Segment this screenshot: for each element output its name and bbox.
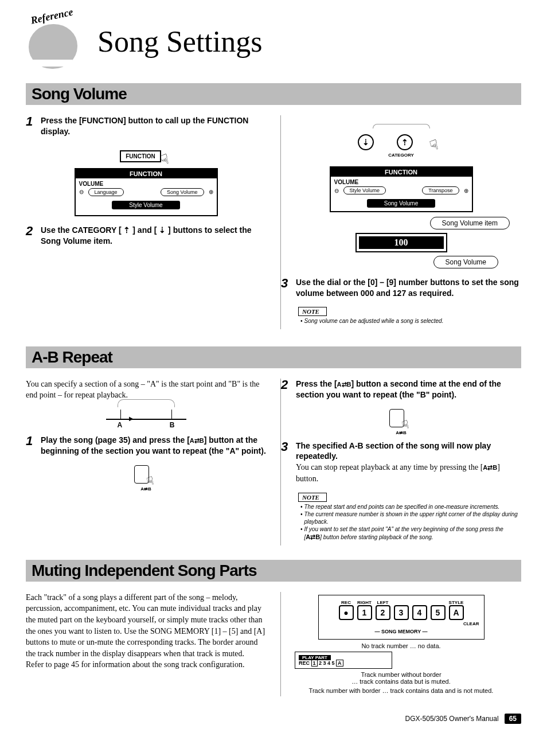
section-title: Muting Independent Song Parts [32,562,515,580]
step-3: 3 Use the dial or the [0] – [9] number b… [281,277,521,299]
note-box: NOTE The repeat start and end points can… [298,492,521,541]
page-footer: DGX-505/305 Owner's Manual 65 [26,714,521,724]
lcd-value-box: 100 [355,233,447,252]
reference-icon: Reference [26,11,89,66]
lcd-panel-1: FUNCTION VOLUME ⊖ Language Song Volume ⊕… [75,168,218,216]
note-item: Song volume can be adjusted while a song… [298,317,521,325]
page-number: 65 [505,714,521,724]
category-diagram: ⇣ ⇡ ☟ CATEGORY FUNCTION VOLUME ⊖ Style V… [281,124,521,268]
ab-step-3: 3 The specified A-B section of the song … [281,441,521,485]
note-item: If you want to set the start point "A" a… [298,525,521,541]
category-up-icon: ⇡ [397,134,413,150]
step-2-text: Use the CATEGORY [ ⇡ ] and [ ⇣ ] buttons… [41,225,266,247]
piano-icon [29,24,77,69]
track-a-button-icon: A [449,605,464,620]
press-hand-icon: ☟ [158,150,171,168]
press-hand-icon: ☟ [428,137,441,154]
annotation-muted: Track number without border … track cont… [281,671,521,685]
lcd-panel-2: FUNCTION VOLUME ⊖ Style Volume Transpose… [330,166,473,212]
step-1-text: Press the [FUNCTION] button to call up t… [41,115,266,137]
callout-song-volume: Song Volume [433,256,498,268]
step-3-text: Use the dial or the [0] – [9] number but… [296,277,521,299]
note-item: The repeat start and end points can be s… [298,503,521,511]
ab-step-2: 2 Press the [A⇄B] button a second time a… [281,379,521,400]
muting-body: Each "track" of a song plays a different… [26,592,266,671]
note-box: NOTE Song volume can be adjusted while a… [298,306,521,325]
manual-label: DGX-505/305 Owner's Manual [405,715,499,723]
ab-button-icon: ☟ A⇄B [388,409,415,432]
track-5-button-icon: 5 [431,605,446,620]
page-title: Song Settings [97,25,263,59]
rec-button-icon: ● [339,605,354,620]
play-part-display: PLAY PART REC 1 2 3 4 5 A [295,652,392,669]
ab-button-icon: ☟ A⇄B [132,465,160,488]
section-title: A-B Repeat [32,348,515,367]
function-button-diagram: FUNCTION ☟ FUNCTION VOLUME ⊖ Language So… [26,146,266,216]
track-4-button-icon: 4 [412,605,427,620]
annotation-not-muted: Track number with border … track contain… [281,687,521,694]
section-heading-muting: Muting Independent Song Parts [26,560,521,582]
ab-diagram: ▶ A B [106,410,186,429]
category-down-icon: ⇣ [358,134,374,150]
section-heading-song-volume: Song Volume [26,83,521,105]
ab-intro: You can specify a section of a song – "A… [26,379,266,401]
track-3-button-icon: 3 [394,605,409,620]
callout-song-volume-item: Song Volume item [430,217,510,229]
song-memory-panel: REC RIGHT LEFT STYLE ● 1 2 3 4 5 A CLEAR… [318,595,485,640]
track-1-button-icon: 1 [357,605,372,620]
track-2-button-icon: 2 [376,605,390,620]
note-item: The current measure number is shown in t… [298,511,521,525]
section-title: Song Volume [32,85,515,103]
step-2: 2 Use the CATEGORY [ ⇡ ] and [ ⇣ ] butto… [26,225,266,247]
step-1: 1 Press the [FUNCTION] button to call up… [26,115,266,137]
page-header: Reference Song Settings [26,11,521,66]
ab-step-1: 1 Play the song (page 35) and press the … [26,435,266,457]
section-heading-ab-repeat: A-B Repeat [26,346,521,368]
annotation-no-data: No track number … no data. [281,642,521,649]
function-button-icon: FUNCTION [120,150,161,162]
